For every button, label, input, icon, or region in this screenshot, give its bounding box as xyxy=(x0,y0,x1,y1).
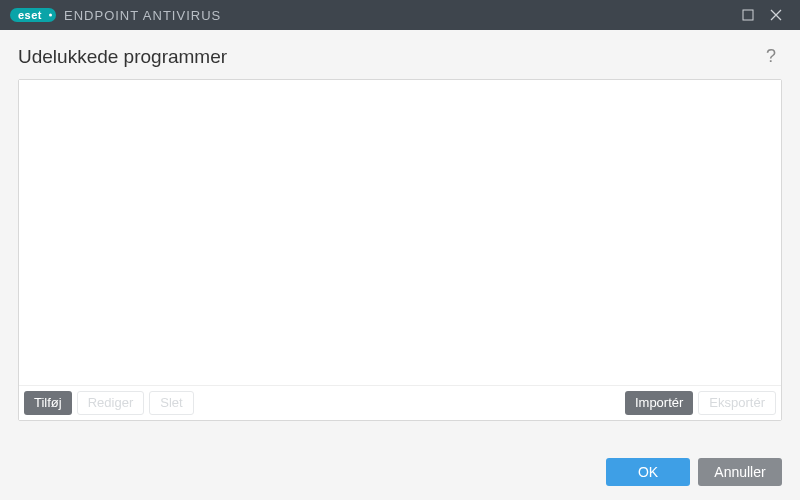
help-icon: ? xyxy=(766,46,776,66)
cancel-button[interactable]: Annuller xyxy=(698,458,782,486)
product-name: ENDPOINT ANTIVIRUS xyxy=(64,8,221,23)
panel-toolbar: Tilføj Rediger Slet Importér Eksportér xyxy=(19,385,781,420)
exclusions-list[interactable] xyxy=(19,80,781,385)
help-button[interactable]: ? xyxy=(760,44,782,69)
close-icon xyxy=(770,9,782,21)
svg-rect-0 xyxy=(743,10,753,20)
page-title: Udelukkede programmer xyxy=(18,46,227,68)
minimize-icon xyxy=(742,9,754,21)
titlebar: eset ENDPOINT ANTIVIRUS xyxy=(0,0,800,30)
add-button[interactable]: Tilføj xyxy=(24,391,72,415)
eset-logo: eset xyxy=(10,8,56,22)
header-row: Udelukkede programmer ? xyxy=(18,44,782,69)
ok-button[interactable]: OK xyxy=(606,458,690,486)
delete-button: Slet xyxy=(149,391,193,415)
footer-buttons: OK Annuller xyxy=(606,458,782,486)
exclusions-panel: Tilføj Rediger Slet Importér Eksportér xyxy=(18,79,782,421)
import-button[interactable]: Importér xyxy=(625,391,693,415)
logo-text: eset xyxy=(18,9,48,21)
close-button[interactable] xyxy=(762,1,790,29)
content-area: Udelukkede programmer ? Tilføj Rediger S… xyxy=(0,30,800,421)
edit-button: Rediger xyxy=(77,391,145,415)
minimize-button[interactable] xyxy=(734,1,762,29)
export-button: Eksportér xyxy=(698,391,776,415)
